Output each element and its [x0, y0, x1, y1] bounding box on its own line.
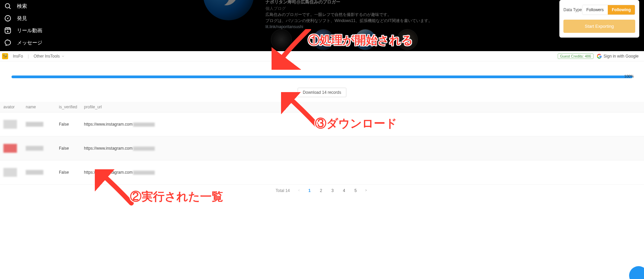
profile-url-cell[interactable]: https://www.instagram.com: [81, 160, 644, 185]
avatar-thumb: [3, 120, 17, 129]
other-instools-dropdown[interactable]: Other InsTools: [34, 54, 64, 59]
progress-bar-wrap: 100%: [12, 76, 632, 80]
sidebar-item-search[interactable]: 検索: [4, 0, 67, 12]
pagination-prev[interactable]: [297, 188, 301, 194]
chat-fab-button[interactable]: [629, 266, 644, 279]
svg-rect-4: [5, 28, 11, 34]
profile-url-prefix: https://www.instagram.com: [84, 146, 132, 151]
export-panel: Data Type Followers Following Start Expo…: [559, 0, 639, 38]
chevron-right-icon: [364, 189, 368, 192]
sign-in-google-button[interactable]: Sign in with Google: [597, 54, 639, 59]
url-obscured: [133, 123, 155, 127]
data-type-toggle: Followers Following: [582, 5, 635, 15]
pagination: Total 14 1 2 3 4 5: [0, 187, 644, 194]
pagination-total: Total 14: [276, 188, 290, 193]
table-row: False https://www.instagram.com: [0, 112, 644, 136]
url-obscured: [133, 171, 155, 175]
progress-bar: [12, 76, 632, 78]
name-cell: [26, 146, 43, 151]
th-name: name: [22, 102, 56, 112]
start-exporting-button[interactable]: Start Exporting: [563, 20, 635, 33]
data-type-label: Data Type: [563, 7, 582, 12]
sidebar-item-messages[interactable]: メッセージ: [4, 37, 67, 49]
results-table: avator name is_verified profile_url Fals…: [0, 102, 644, 185]
svg-point-0: [5, 4, 10, 8]
sidebar-item-explore[interactable]: 発見: [4, 12, 67, 24]
other-instools-label: Other InsTools: [34, 54, 60, 59]
profile-url-prefix: https://www.instagram.com: [84, 170, 132, 175]
pagination-page[interactable]: 1: [306, 187, 313, 194]
option-following[interactable]: Following: [608, 5, 635, 15]
profile-url-cell[interactable]: https://www.instagram.com: [81, 112, 644, 136]
insfo-brand: InsFo: [13, 54, 23, 59]
th-is-verified: is_verified: [56, 102, 81, 112]
separator: |: [28, 54, 29, 59]
insfo-toolbar: 🐝 InsFo | Other InsTools Guest Credits: …: [0, 51, 644, 61]
sidebar-item-label: リール動画: [17, 27, 42, 34]
th-avator: avator: [0, 102, 22, 112]
avatar-thumb: [3, 144, 17, 153]
sidebar-item-label: メッセージ: [17, 40, 42, 46]
compass-icon: [4, 15, 12, 22]
svg-line-1: [9, 7, 10, 9]
name-cell: [26, 122, 43, 127]
dim-overlay: [71, 0, 644, 51]
name-cell: [26, 170, 43, 175]
is-verified-cell: False: [56, 160, 81, 185]
guest-credits-badge: Guest Credits: 486: [558, 53, 594, 59]
sidebar-item-label: 検索: [17, 3, 27, 9]
instagram-sidebar: 検索 発見 リール動画 メッセージ: [0, 0, 71, 51]
table-row: False https://www.instagram.com: [0, 136, 644, 160]
download-records-button[interactable]: Download 14 records: [298, 88, 346, 97]
results-table-wrap: avator name is_verified profile_url Fals…: [0, 102, 644, 185]
chevron-left-icon: [297, 189, 301, 192]
is-verified-cell: False: [56, 136, 81, 160]
svg-marker-8: [7, 30, 9, 33]
sidebar-item-label: 発見: [17, 15, 27, 22]
avatar-thumb: [3, 168, 17, 177]
messenger-icon: [4, 39, 12, 46]
chevron-down-icon: [61, 55, 65, 58]
th-profile-url: profile_url: [81, 102, 644, 112]
table-row: False https://www.instagram.com: [0, 160, 644, 185]
is-verified-cell: False: [56, 112, 81, 136]
progress-percent: 100%: [624, 74, 634, 78]
reels-icon: [4, 27, 12, 34]
profile-url-cell[interactable]: https://www.instagram.com: [81, 136, 644, 160]
search-icon: [4, 2, 12, 10]
google-icon: [597, 54, 602, 59]
insfo-logo-icon: 🐝: [2, 53, 8, 59]
sidebar-item-reels[interactable]: リール動画: [4, 24, 67, 37]
pagination-next[interactable]: [364, 188, 368, 194]
url-obscured: [133, 147, 155, 151]
option-followers[interactable]: Followers: [582, 5, 608, 15]
svg-marker-3: [7, 17, 9, 19]
profile-url-prefix: https://www.instagram.com: [84, 122, 132, 127]
pagination-page[interactable]: 3: [329, 187, 336, 194]
pagination-page[interactable]: 5: [352, 187, 359, 194]
pagination-page[interactable]: 4: [341, 187, 347, 194]
pagination-page[interactable]: 2: [318, 187, 324, 194]
sign-in-label: Sign in with Google: [604, 54, 639, 59]
instagram-top-region: 検索 発見 リール動画 メッセージ ナポリタン寿司@広島住みのブロガー 個人ブロ…: [0, 0, 644, 51]
